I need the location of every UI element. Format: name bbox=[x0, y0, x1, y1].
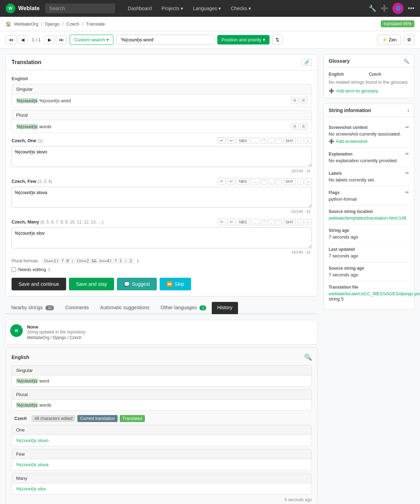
czech-one-endash-btn[interactable]: – bbox=[305, 138, 312, 144]
czech-many-textarea[interactable]: %(count)s slov bbox=[12, 227, 312, 248]
nav-dashboard[interactable]: Dashboard bbox=[124, 4, 156, 13]
plural-highlight: %(count)s bbox=[16, 124, 38, 129]
translation-file-link[interactable]: weblate/locale/cs/LC_MESSAGES/django.po bbox=[329, 291, 420, 296]
history-bc-project[interactable]: Django bbox=[53, 335, 66, 340]
czech-few-quote-btn[interactable]: " bbox=[261, 178, 267, 185]
screenshot-edit-icon[interactable]: ✏ bbox=[405, 125, 409, 130]
save-continue-btn[interactable]: Save and continue bbox=[12, 278, 66, 290]
labels-edit-icon[interactable]: ✏ bbox=[405, 171, 409, 176]
search-input[interactable] bbox=[45, 4, 115, 13]
czech-few-nbs-btn[interactable]: NBS bbox=[237, 178, 250, 185]
more-icon[interactable]: ••• bbox=[408, 5, 414, 12]
singular-copy-btn[interactable]: ⎘ bbox=[291, 97, 299, 104]
czech-few-arrows-btn[interactable]: ↵ bbox=[218, 178, 226, 185]
tab-history[interactable]: History bbox=[212, 302, 238, 314]
prev-page-btn[interactable]: ◀ bbox=[18, 35, 28, 44]
wrench-icon[interactable]: 🔧 bbox=[369, 5, 376, 12]
tab-comments[interactable]: Comments bbox=[59, 302, 94, 314]
czech-many-dash-btn[interactable]: - bbox=[297, 219, 303, 225]
nav-projects[interactable]: Projects ▾ bbox=[158, 4, 188, 13]
current-translation-badge: Current translation bbox=[77, 415, 118, 422]
czech-few-dash-btn[interactable]: - bbox=[297, 178, 303, 185]
czech-few-apos-btn[interactable]: ' bbox=[276, 178, 281, 185]
czech-many-nbs-btn[interactable]: NBS bbox=[237, 219, 250, 225]
skip-btn[interactable]: ⏩ Skip bbox=[160, 278, 191, 290]
plural-copy2-btn[interactable]: ⎘ bbox=[300, 123, 307, 130]
history-detail-header: English 🔍 bbox=[12, 353, 312, 361]
czech-many-ellipsis-btn[interactable]: … bbox=[251, 219, 260, 225]
breadcrumb-lang[interactable]: Czech bbox=[66, 21, 79, 27]
string-info-info-icon[interactable]: ℹ bbox=[407, 108, 409, 113]
suggest-btn[interactable]: 💬 Suggest bbox=[117, 278, 157, 290]
source-string-age-row: Source string age 7 seconds ago bbox=[329, 262, 409, 281]
czech-few-return-btn[interactable]: ↩ bbox=[227, 178, 235, 185]
czech-many-return-btn[interactable]: ↩ bbox=[227, 219, 235, 225]
explanation-edit-icon[interactable]: ✏ bbox=[405, 151, 409, 157]
czech-one-shy-btn[interactable]: SHY bbox=[283, 138, 296, 144]
czech-many-shy-btn[interactable]: SHY bbox=[283, 219, 296, 225]
add-glossary-btn[interactable]: ➕ Add term to glossary bbox=[329, 88, 378, 94]
history-bc-lang[interactable]: Czech bbox=[70, 335, 82, 340]
user-avatar[interactable]: 🌐 bbox=[392, 3, 404, 14]
czech-few-shy-btn[interactable]: SHY bbox=[283, 178, 296, 185]
czech-one-comma-btn[interactable]: , bbox=[268, 138, 274, 144]
tab-other-langs[interactable]: Other languages 3 bbox=[155, 302, 212, 314]
brand-logo[interactable]: W Weblate bbox=[6, 4, 40, 13]
czech-few-ellipsis-btn[interactable]: … bbox=[251, 178, 260, 185]
czech-one-quote-btn[interactable]: " bbox=[261, 138, 267, 144]
zen-btn[interactable]: ⚡ Zen bbox=[377, 35, 401, 45]
plural-formula-label: Plural formula: bbox=[12, 258, 38, 263]
czech-one-return-btn[interactable]: ↩ bbox=[227, 137, 235, 144]
czech-many-quote-btn[interactable]: " bbox=[261, 219, 267, 225]
needs-editing-checkbox[interactable] bbox=[12, 267, 16, 272]
czech-many-apos-btn[interactable]: ' bbox=[276, 219, 281, 225]
breadcrumb-project[interactable]: Django bbox=[45, 21, 59, 27]
link-btn[interactable]: 🔗 bbox=[302, 59, 312, 66]
czech-many-arrows-btn[interactable]: ↵ bbox=[218, 219, 226, 225]
tab-auto[interactable]: Automatic suggestions bbox=[94, 302, 155, 314]
czech-one-ellipsis-btn[interactable]: … bbox=[251, 138, 260, 144]
czech-few-comma-btn[interactable]: , bbox=[268, 178, 274, 185]
translation-file-label: Translation file bbox=[329, 285, 409, 290]
view-settings-btn[interactable]: ⚙ bbox=[404, 35, 414, 45]
first-page-btn[interactable]: ⏮ bbox=[6, 35, 16, 44]
flags-row: Flags ✏ python-format bbox=[329, 186, 409, 206]
breadcrumb-org[interactable]: WeblateOrg bbox=[14, 21, 38, 27]
history-bc-org[interactable]: WeblateOrg bbox=[27, 335, 49, 340]
flags-edit-icon[interactable]: ✏ bbox=[405, 190, 409, 195]
czech-many-endash-btn[interactable]: – bbox=[305, 219, 312, 225]
nav-languages[interactable]: Languages ▾ bbox=[189, 4, 225, 13]
custom-search-btn[interactable]: Custom search ▾ bbox=[70, 35, 113, 45]
czech-one-nbs-btn[interactable]: NBS bbox=[237, 138, 250, 144]
next-page-btn[interactable]: ▶ bbox=[45, 35, 55, 44]
formula-info-icon[interactable]: ℹ bbox=[137, 258, 139, 264]
sort-btn[interactable]: ⇅ bbox=[272, 35, 282, 45]
plural-copy-btns: ⎘ ⎘ bbox=[291, 123, 307, 130]
czech-one-textarea[interactable]: %(count)s slovo bbox=[12, 146, 312, 167]
czech-one-dash-btn[interactable]: - bbox=[297, 138, 303, 144]
breadcrumb-translate[interactable]: Translate bbox=[86, 21, 105, 27]
glossary-search-icon[interactable]: 🔍 bbox=[404, 58, 409, 64]
labels-row: Labels ✏ No labels currently set. bbox=[329, 167, 409, 186]
plural-copy-btn[interactable]: ⎘ bbox=[291, 123, 299, 130]
czech-many-comma-btn[interactable]: , bbox=[268, 219, 274, 225]
tab-nearby[interactable]: Nearby strings 20 bbox=[6, 302, 59, 314]
nav-checks[interactable]: Checks ▾ bbox=[226, 4, 255, 13]
english-label: English bbox=[12, 76, 312, 81]
last-page-btn[interactable]: ⏭ bbox=[56, 35, 67, 44]
czech-few-textarea[interactable]: %(count)s slova bbox=[12, 187, 312, 208]
czech-one-arrows-btn[interactable]: ↵ bbox=[218, 137, 226, 144]
translation-card-body: English Singular %(count)s %(count)s wor… bbox=[6, 70, 317, 296]
plus-icon[interactable]: ➕ bbox=[380, 5, 388, 12]
singular-copy2-btn[interactable]: ⎘ bbox=[300, 97, 307, 104]
save-stay-btn[interactable]: Save and stay bbox=[69, 278, 114, 290]
czech-few-endash-btn[interactable]: – bbox=[305, 178, 312, 185]
position-priority-btn[interactable]: Position and priority ▾ bbox=[217, 35, 270, 44]
source-location-link[interactable]: weblate/templates/translation.html:149 bbox=[329, 215, 406, 221]
czech-one-apos-btn[interactable]: ' bbox=[276, 138, 281, 144]
needs-editing-info-icon[interactable]: ℹ bbox=[48, 267, 50, 272]
search-value-input[interactable] bbox=[116, 35, 215, 45]
zen-icon: ⚡ bbox=[382, 37, 387, 42]
zoom-btn[interactable]: 🔍 bbox=[304, 353, 312, 361]
add-screenshot-btn[interactable]: ➕ Add screenshot bbox=[329, 139, 367, 144]
